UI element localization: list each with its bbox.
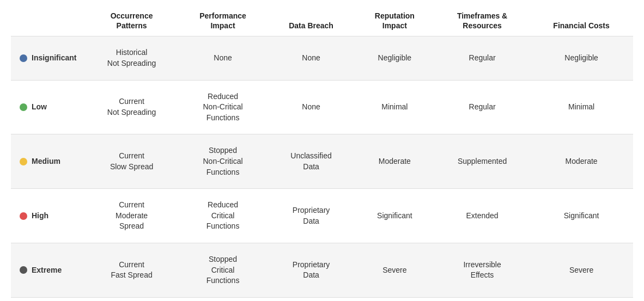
severity-label: Low xyxy=(32,102,47,113)
reputation-cell: Moderate xyxy=(355,134,435,189)
timeframes-cell: IrreversibleEffects xyxy=(435,243,530,297)
occurrence-cell: HistoricalNot Spreading xyxy=(85,36,178,80)
performance-cell: None xyxy=(178,36,268,80)
financial-cell: Severe xyxy=(530,243,633,297)
data-breach-cell: UnclassifiedData xyxy=(268,134,354,189)
reputation-cell: Significant xyxy=(355,189,435,243)
reputation-cell: Severe xyxy=(355,243,435,297)
table-row: LowCurrentNot SpreadingReducedNon-Critic… xyxy=(11,80,633,134)
reputation-cell: Minimal xyxy=(355,80,435,134)
data-breach-cell: ProprietaryData xyxy=(268,243,354,297)
severity-label: High xyxy=(32,211,48,222)
table-row: MediumCurrentSlow SpreadStoppedNon-Criti… xyxy=(11,134,633,189)
financial-cell: Minimal xyxy=(530,80,633,134)
header-row: OccurrencePatterns PerformanceImpact Dat… xyxy=(11,5,633,36)
financial-cell: Significant xyxy=(530,189,633,243)
severity-cell: High xyxy=(11,189,85,243)
timeframes-cell: Regular xyxy=(435,80,530,134)
severity-label: Extreme xyxy=(32,265,62,276)
severity-label: Insignificant xyxy=(32,53,76,64)
severity-label: Medium xyxy=(32,156,60,167)
severity-dot xyxy=(20,103,27,111)
occurrence-cell: CurrentFast Spread xyxy=(85,243,178,297)
data-breach-cell: ProprietaryData xyxy=(268,189,354,243)
severity-dot xyxy=(20,212,27,220)
header-performance: PerformanceImpact xyxy=(178,5,268,36)
timeframes-cell: Extended xyxy=(435,189,530,243)
severity-cell: Extreme xyxy=(11,243,85,297)
reputation-cell: Negligible xyxy=(355,36,435,80)
occurrence-cell: CurrentSlow Spread xyxy=(85,134,178,189)
severity-dot xyxy=(20,158,27,165)
data-breach-cell: None xyxy=(268,36,354,80)
performance-cell: StoppedCriticalFunctions xyxy=(178,243,268,297)
timeframes-cell: Regular xyxy=(435,36,530,80)
table-row: InsignificantHistoricalNot SpreadingNone… xyxy=(11,36,633,80)
risk-matrix-table: OccurrencePatterns PerformanceImpact Dat… xyxy=(11,5,633,298)
table-row: HighCurrentModerateSpreadReducedCritical… xyxy=(11,189,633,243)
data-breach-cell: None xyxy=(268,80,354,134)
severity-cell: Insignificant xyxy=(11,36,85,80)
performance-cell: StoppedNon-CriticalFunctions xyxy=(178,134,268,189)
header-data-breach: Data Breach xyxy=(268,5,354,36)
severity-dot xyxy=(20,54,27,62)
table-row: ExtremeCurrentFast SpreadStoppedCritical… xyxy=(11,243,633,297)
severity-cell: Low xyxy=(11,80,85,134)
header-timeframes: Timeframes &Resources xyxy=(435,5,530,36)
header-severity xyxy=(11,5,85,36)
financial-cell: Moderate xyxy=(530,134,633,189)
financial-cell: Negligible xyxy=(530,36,633,80)
severity-dot xyxy=(20,266,27,274)
header-financial: Financial Costs xyxy=(530,5,633,36)
header-occurrence: OccurrencePatterns xyxy=(85,5,178,36)
occurrence-cell: CurrentNot Spreading xyxy=(85,80,178,134)
performance-cell: ReducedCriticalFunctions xyxy=(178,189,268,243)
occurrence-cell: CurrentModerateSpread xyxy=(85,189,178,243)
severity-cell: Medium xyxy=(11,134,85,189)
header-reputation: ReputationImpact xyxy=(355,5,435,36)
timeframes-cell: Supplemented xyxy=(435,134,530,189)
performance-cell: ReducedNon-CriticalFunctions xyxy=(178,80,268,134)
